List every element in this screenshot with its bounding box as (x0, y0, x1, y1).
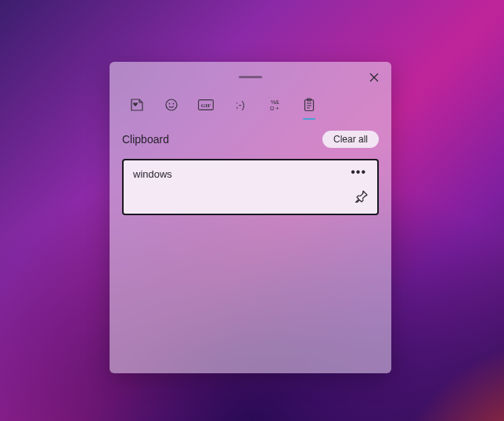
tab-emoji[interactable] (163, 95, 180, 115)
svg-text:GIF: GIF (201, 103, 211, 109)
gif-icon: GIF (198, 99, 214, 110)
symbols-icon: % & Ω + (268, 98, 282, 112)
emoji-icon (164, 98, 178, 112)
svg-text:Ω: Ω (270, 106, 274, 111)
sticker-heart-icon (130, 98, 144, 112)
pin-icon (355, 190, 368, 203)
drag-handle[interactable] (239, 76, 262, 78)
more-icon: ••• (351, 165, 366, 178)
tab-kaomoji[interactable]: ;-) (232, 95, 249, 115)
tab-recent[interactable] (128, 95, 146, 115)
titlebar (110, 62, 391, 92)
pin-button[interactable] (355, 190, 368, 206)
svg-point-1 (169, 103, 171, 105)
clipboard-item-text: windows (133, 168, 172, 180)
section-title: Clipboard (122, 133, 169, 146)
section-header: Clipboard Clear all (110, 120, 391, 154)
tab-gif[interactable]: GIF (197, 95, 214, 115)
kaomoji-icon: ;-) (236, 99, 244, 110)
clipboard-icon (303, 98, 315, 112)
tab-symbols[interactable]: % & Ω + (266, 95, 283, 115)
clipboard-item[interactable]: windows ••• (122, 159, 379, 215)
svg-point-2 (173, 103, 175, 105)
close-icon (369, 73, 379, 82)
svg-text:&: & (275, 99, 279, 105)
clear-all-button[interactable]: Clear all (322, 131, 379, 148)
close-button[interactable] (362, 67, 387, 88)
tab-clipboard[interactable] (301, 95, 318, 115)
item-more-button[interactable]: ••• (349, 168, 368, 176)
svg-point-0 (166, 99, 177, 110)
tab-bar: GIF ;-) % & Ω + (110, 92, 391, 120)
svg-text:+: + (275, 105, 279, 112)
emoji-clipboard-panel: GIF ;-) % & Ω + Clipboard Clear (110, 62, 391, 373)
